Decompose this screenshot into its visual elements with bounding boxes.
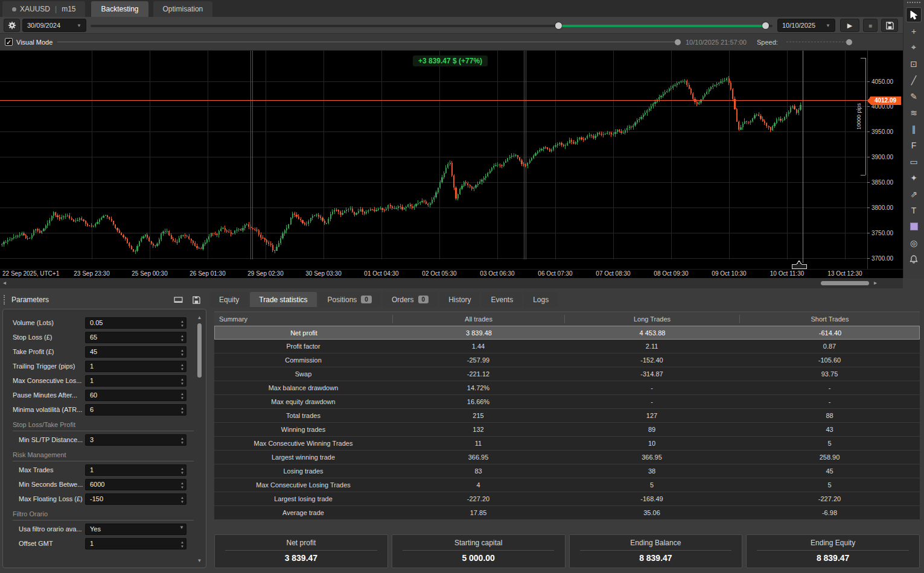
param-input[interactable]: 6▲▼ — [85, 404, 186, 416]
param-input[interactable]: 1▲▼ — [85, 375, 186, 387]
param-input[interactable]: -150▲▼ — [85, 493, 186, 505]
playback-timeline[interactable] — [57, 42, 676, 42]
param-input[interactable]: 3▲▼ — [85, 434, 186, 446]
settings-button[interactable] — [4, 19, 20, 32]
stepper-arrows-icon[interactable]: ▲▼ — [180, 334, 184, 342]
column-header[interactable]: Long Trades — [564, 315, 739, 323]
chart-scrollbar[interactable]: ◂ ▸ — [0, 278, 903, 288]
toolbar-grip-icon[interactable] — [907, 2, 920, 5]
param-input[interactable]: 1▲▼ — [85, 361, 186, 372]
cursor-tool[interactable] — [906, 7, 922, 22]
param-input[interactable]: 65▲▼ — [85, 332, 186, 343]
rectangle-tool[interactable]: ▭ — [906, 154, 922, 169]
visual-mode-checkbox[interactable]: ✓ — [5, 38, 13, 46]
table-row[interactable]: Losing trades833845 — [214, 464, 920, 478]
speed-slider-handle[interactable] — [846, 39, 852, 45]
stepper-arrows-icon[interactable]: ▲▼ — [180, 363, 184, 371]
playback-timeline-handle[interactable] — [675, 39, 681, 45]
table-row[interactable]: Winning trades1328943 — [214, 423, 920, 437]
parameters-scrollbar[interactable]: ▲ ▼ — [196, 315, 203, 563]
column-header[interactable]: All trades — [392, 315, 564, 323]
tab-orders[interactable]: Orders0 — [383, 292, 438, 307]
param-input[interactable]: Yes▼ — [85, 524, 186, 535]
param-input[interactable]: 1▲▼ — [85, 464, 186, 476]
param-input[interactable]: 1▲▼ — [85, 538, 186, 549]
table-row[interactable]: Largest winning trade366.95366.95258.90 — [214, 451, 920, 464]
scrollbar-thumb[interactable] — [821, 281, 869, 285]
table-row[interactable]: Max equity drawdown16.66%-- — [214, 395, 920, 409]
row-value: 132 — [392, 426, 564, 433]
save-parameters-button[interactable] — [190, 295, 203, 305]
tab-equity[interactable]: Equity — [210, 292, 248, 307]
stepper-arrows-icon[interactable]: ▲▼ — [180, 481, 184, 489]
dropdown-caret-icon[interactable]: ▼ — [179, 526, 184, 530]
pencil-tool[interactable]: ✎ — [906, 89, 922, 104]
scroll-left-icon[interactable]: ◂ — [3, 279, 6, 286]
crosshair-center-tool[interactable]: ⌖ — [906, 40, 922, 55]
speed-slider[interactable] — [786, 42, 847, 42]
table-row[interactable]: Net profit3 839.484 453.88-614.40 — [214, 326, 920, 340]
bell-tool[interactable] — [906, 252, 922, 267]
table-row[interactable]: Max Consecutive Winning Trades11105 — [214, 437, 920, 451]
end-date-select[interactable]: 10/10/2025 ▼ — [777, 19, 835, 32]
tab-trade-statistics[interactable]: Trade statistics — [250, 292, 316, 307]
table-row[interactable]: Max balance drawdown14.72%-- — [214, 381, 920, 395]
color-swatch-tool[interactable] — [906, 219, 922, 234]
table-row[interactable]: Commission-257.99-152.40-105.60 — [214, 353, 920, 367]
camera-tool[interactable]: ◎ — [906, 235, 922, 250]
stepper-arrows-icon[interactable]: ▲▼ — [180, 392, 184, 400]
tab-events[interactable]: Events — [482, 292, 522, 307]
panel-grip-icon[interactable] — [4, 295, 7, 305]
scroll-down-icon[interactable]: ▼ — [196, 558, 203, 563]
play-button[interactable]: ▶ — [840, 19, 859, 32]
column-header[interactable]: Short Trades — [739, 315, 920, 323]
scroll-right-icon[interactable]: ▸ — [874, 279, 877, 286]
param-input[interactable]: 0.05▲▼ — [85, 317, 186, 329]
tab-history[interactable]: History — [439, 292, 480, 307]
start-date-select[interactable]: 30/09/2024 ▼ — [22, 19, 86, 32]
fib-grid-tool[interactable]: F — [906, 138, 922, 153]
table-row[interactable]: Max Consecutive Losing Trades455 — [214, 478, 920, 492]
tab-optimisation[interactable]: Optimisation — [153, 1, 213, 17]
stepper-arrows-icon[interactable]: ▲▼ — [180, 540, 184, 548]
table-row[interactable]: Swap-221.12-314.8793.75 — [214, 367, 920, 381]
stepper-arrows-icon[interactable]: ▲▼ — [180, 320, 184, 328]
progress-track[interactable] — [91, 25, 773, 27]
scroll-up-icon[interactable]: ▲ — [196, 315, 203, 320]
column-header[interactable]: Summary — [214, 315, 392, 323]
param-input[interactable]: 60▲▼ — [85, 390, 186, 401]
trendline-tool[interactable]: ╱ — [906, 72, 922, 87]
table-row[interactable]: Average trade17.8535.06-6.98 — [214, 506, 920, 520]
stepper-arrows-icon[interactable]: ▲▼ — [180, 467, 184, 475]
stepper-arrows-icon[interactable]: ▲▼ — [180, 407, 184, 414]
progress-handle-start[interactable] — [555, 22, 562, 29]
param-input[interactable]: 45▲▼ — [85, 346, 186, 358]
tab-backtesting[interactable]: Backtesting — [91, 1, 148, 17]
tab-symbol[interactable]: XAUUSD | m15 — [2, 1, 85, 17]
anchor-tool[interactable]: ⊡ — [906, 56, 922, 71]
popout-panel-button[interactable] — [171, 295, 185, 305]
sparkle-tool[interactable]: ✦ — [906, 170, 922, 185]
stepper-arrows-icon[interactable]: ▲▼ — [180, 496, 184, 504]
channel-tool[interactable]: ∥ — [906, 121, 922, 136]
report-button[interactable] — [881, 19, 898, 32]
text-tool[interactable]: T — [906, 203, 922, 218]
stepper-arrows-icon[interactable]: ▲▼ — [180, 349, 184, 356]
candlestick-chart-canvas[interactable]: 10000 pips4050.004000.003950.003900.0038… — [0, 51, 903, 269]
crosshair-tool[interactable]: + — [906, 24, 922, 39]
trend-arrow-tool[interactable]: ⇗ — [906, 186, 922, 201]
parameters-scroll-thumb[interactable] — [197, 323, 202, 378]
price-chart[interactable]: 10000 pips4050.004000.003950.003900.0038… — [0, 51, 903, 269]
progress-handle-end[interactable] — [762, 22, 769, 29]
tab-logs[interactable]: Logs — [524, 292, 558, 307]
stop-button[interactable]: ■ — [863, 19, 878, 32]
stepper-arrows-icon[interactable]: ▲▼ — [180, 437, 184, 445]
tab-positions[interactable]: Positions0 — [319, 292, 381, 307]
table-row[interactable]: Profit factor1.442.110.87 — [214, 340, 920, 353]
param-input[interactable]: 6000▲▼ — [85, 479, 186, 490]
backtest-controls: 30/09/2024 ▼ 10/10/2025 ▼ ▶ ■ — [0, 17, 903, 34]
table-row[interactable]: Largest losing trade-227.20-168.49-227.2… — [214, 492, 920, 506]
stepper-arrows-icon[interactable]: ▲▼ — [180, 378, 184, 385]
fibonacci-tool[interactable]: ≋ — [906, 105, 922, 120]
table-row[interactable]: Total trades21512788 — [214, 409, 920, 423]
